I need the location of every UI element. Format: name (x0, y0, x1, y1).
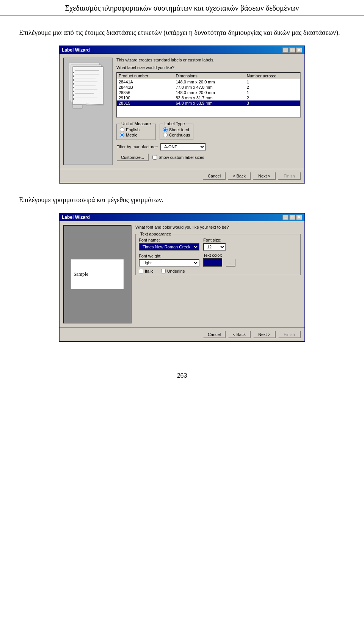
font-sample-panel: Sample (63, 225, 132, 323)
maximize-button-2[interactable]: □ (289, 215, 295, 220)
radio-english-input[interactable] (120, 127, 124, 132)
text-appearance-group: Text appearance Font name: Times New Rom… (135, 232, 301, 275)
svg-point-15 (73, 87, 74, 88)
filter-row: Filter by manufacturer: A-ONE (116, 143, 301, 151)
color-row: ... (203, 258, 235, 267)
font-sample-box: Sample (71, 259, 124, 289)
radio-continuous[interactable]: Continuous (163, 133, 190, 137)
col-header-dimensions: Dimensions: (174, 73, 245, 79)
dialog2-titlebar-buttons: _ □ ✕ (282, 215, 302, 220)
dialog1-back-button[interactable]: < Back (228, 172, 251, 180)
radio-metric[interactable]: Metric (120, 133, 152, 137)
unit-of-measure-legend: Unit of Measure (120, 121, 152, 126)
dialog1-question: What label size would you like? (116, 65, 301, 70)
dialog2-back-button[interactable]: < Back (228, 331, 251, 338)
radio-metric-input[interactable] (120, 133, 124, 137)
font-name-size-row: Font name: Times New Roman Greek Font si… (139, 238, 297, 251)
label-type-legend: Label Type (163, 121, 187, 126)
font-size-select[interactable]: 12 (203, 243, 226, 251)
radio-continuous-label: Continuous (169, 133, 190, 137)
font-name-select[interactable]: Times New Roman Greek (139, 243, 199, 251)
cell-dimensions: 148.0 mm x 20.0 mm (174, 90, 245, 95)
dialog2-cancel-button[interactable]: Cancel (203, 331, 226, 338)
dialog1-footer: Cancel < Back Next > Finish (60, 169, 304, 183)
customize-button[interactable]: Customize... (116, 154, 149, 161)
cell-product: 28441A (117, 79, 174, 85)
color-preview (203, 258, 222, 267)
label-type-group: Label Type Sheet feed Continuous (160, 121, 194, 140)
customize-row: Customize... Show custom label sizes (116, 154, 301, 161)
radio-english[interactable]: English (120, 127, 152, 132)
dialog1-title: Label Wizard (62, 47, 90, 53)
cell-product: 28856 (117, 90, 174, 95)
underline-checkbox-row[interactable]: Underline (161, 269, 185, 273)
minimize-button[interactable]: _ (282, 47, 289, 53)
close-button[interactable]: ✕ (296, 47, 302, 53)
cell-product: 29100 (117, 95, 174, 100)
cell-dimensions: 83.8 mm x 31.7 mm (174, 95, 245, 100)
cell-product: 28441B (117, 85, 174, 90)
cell-number: 2 (245, 85, 300, 90)
dialog2: Label Wizard _ □ ✕ Sample What font and … (59, 213, 305, 342)
radio-continuous-input[interactable] (163, 133, 168, 137)
font-weight-color-row: Font weight: Light Text color: ... (139, 253, 297, 267)
filter-manufacturer-select[interactable]: A-ONE (160, 143, 206, 151)
svg-point-17 (73, 94, 74, 96)
dialog1-cancel-button[interactable]: Cancel (203, 172, 226, 180)
radio-sheetfeed-label: Sheet feed (169, 127, 189, 132)
options-row: Unit of Measure English Metric Label Typ… (116, 121, 301, 140)
minimize-button-2[interactable]: _ (282, 215, 289, 220)
font-name-group: Font name: Times New Roman Greek (139, 238, 199, 251)
dialog1-finish-button[interactable]: Finish (278, 172, 301, 180)
cell-dimensions: 148.0 mm x 20.0 mm (174, 79, 245, 85)
font-weight-label: Font weight: (139, 254, 199, 258)
underline-checkbox[interactable] (161, 269, 166, 273)
dialog1-left-panel (63, 58, 113, 165)
radio-sheetfeed-input[interactable] (163, 127, 168, 132)
svg-point-13 (73, 79, 74, 81)
paragraph2: Επιλέγουμε γραμματοσειρά και μέγεθος γρα… (19, 195, 345, 205)
close-button-2[interactable]: ✕ (296, 215, 302, 220)
font-name-label: Font name: (139, 238, 199, 242)
dialog1-titlebar: Label Wizard _ □ ✕ (60, 46, 304, 54)
svg-point-11 (73, 72, 74, 73)
dialog2-right-panel: What font and color would you like your … (135, 225, 301, 323)
label-size-table: Product number: Dimensions: Number acros… (117, 73, 300, 106)
table-row[interactable]: 28856 148.0 mm x 20.0 mm 1 (117, 90, 300, 95)
dialog2-body: Sample What font and color would you lik… (60, 221, 304, 327)
italic-checkbox-row[interactable]: Italic (139, 269, 154, 273)
text-color-label: Text color: (203, 253, 235, 257)
radio-sheetfeed[interactable]: Sheet feed (163, 127, 190, 132)
page-number: 263 (177, 372, 187, 379)
dialog2-next-button[interactable]: Next > (253, 331, 276, 338)
paragraph1: Επιλέγουμε μια από τις έτοιμες διαστάσει… (19, 28, 345, 38)
font-question: What font and color would you like your … (135, 225, 301, 229)
page-header: Σχεδιασμός πληροφοριακών συστημάτων και … (0, 0, 364, 16)
table-row[interactable]: 28441A 148.0 mm x 20.0 mm 1 (117, 79, 300, 85)
dialog1-body: This wizard creates standard labels or c… (60, 54, 304, 169)
label-size-table-container[interactable]: Product number: Dimensions: Number acros… (116, 72, 301, 118)
color-browse-button[interactable]: ... (226, 259, 235, 267)
dialog2-finish-button[interactable]: Finish (278, 331, 301, 338)
font-weight-select[interactable]: Light (139, 259, 199, 267)
svg-point-12 (73, 75, 74, 77)
text-appearance-legend: Text appearance (139, 232, 173, 236)
italic-checkbox[interactable] (139, 269, 143, 273)
underline-label: Underline (167, 269, 185, 273)
maximize-button[interactable]: □ (289, 47, 295, 53)
table-row-selected[interactable]: 28315 64.0 mm x 33.9 mm 3 (117, 100, 300, 106)
dialog1-next-button[interactable]: Next > (253, 172, 276, 180)
cell-number: 3 (245, 100, 300, 106)
dialog1-description: This wizard creates standard labels or c… (116, 58, 301, 62)
cell-product: 28315 (117, 100, 174, 106)
show-custom-sizes-checkbox[interactable] (152, 155, 157, 160)
svg-point-18 (73, 98, 74, 100)
table-row[interactable]: 29100 83.8 mm x 31.7 mm 2 (117, 95, 300, 100)
svg-marker-19 (73, 105, 82, 108)
svg-point-14 (73, 83, 74, 85)
font-size-label: Font size: (203, 238, 226, 242)
font-size-group: Font size: 12 (203, 238, 226, 251)
table-row[interactable]: 28441B 77.0 mm x 47.0 mm 2 (117, 85, 300, 90)
dialog2-title: Label Wizard (62, 215, 90, 220)
show-custom-sizes-checkbox-row[interactable]: Show custom label sizes (152, 155, 204, 160)
